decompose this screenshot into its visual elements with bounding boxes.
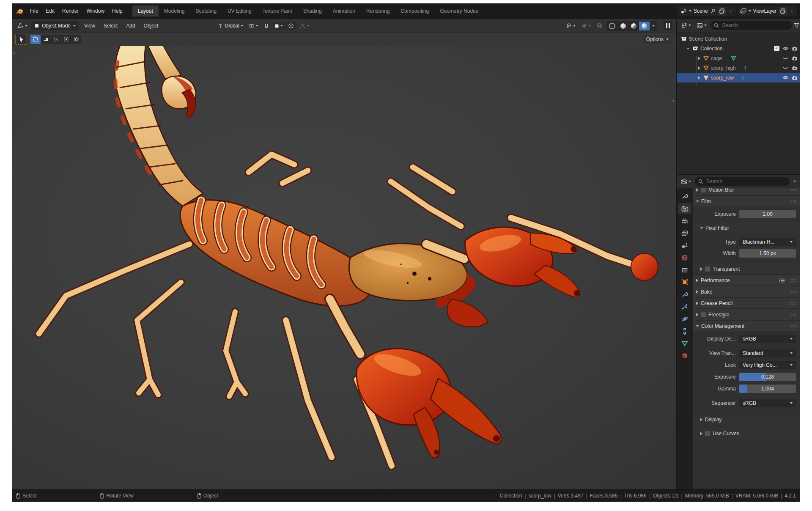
freestyle-checkbox[interactable]	[701, 312, 706, 317]
toolbar-expand-arrow[interactable]: ›	[13, 49, 15, 55]
drag-dots-icon[interactable]	[790, 324, 797, 328]
shading-material-button[interactable]	[628, 22, 639, 30]
tab-particles[interactable]	[678, 301, 691, 312]
sequencer-dropdown[interactable]: sRGB	[739, 399, 796, 407]
pin-icon[interactable]	[710, 8, 716, 14]
disclosure-closed-icon[interactable]	[698, 57, 700, 60]
eye-closed-icon[interactable]	[782, 66, 789, 70]
panel-performance[interactable]: Performance	[693, 275, 800, 286]
transparent-checkbox[interactable]	[705, 266, 710, 272]
film-exposure-field[interactable]: 1.00	[739, 210, 796, 218]
scene-selector[interactable]: Scene ×	[678, 6, 736, 16]
drag-dots-icon[interactable]	[790, 279, 797, 282]
menu-edit[interactable]: Edit	[42, 6, 58, 16]
drag-dots-icon[interactable]	[790, 290, 797, 294]
pixel-filter-width-field[interactable]: 1.50 px	[739, 249, 796, 258]
menu-view[interactable]: View	[81, 21, 99, 30]
outliner-row-scorp-high[interactable]: scorp_high	[677, 63, 800, 73]
orientation-dropdown[interactable]: Global	[216, 22, 245, 30]
camera-icon[interactable]	[792, 75, 798, 80]
panel-freestyle[interactable]: Freestyle	[693, 309, 800, 320]
properties-search[interactable]	[695, 177, 790, 186]
disclosure-closed-icon[interactable]	[698, 76, 700, 80]
menu-select[interactable]: Select	[100, 21, 121, 30]
selectable-checkbox[interactable]: ✓	[774, 46, 779, 51]
menu-add[interactable]: Add	[123, 21, 138, 30]
cm-gamma-slider[interactable]: 1.004	[739, 385, 796, 393]
tab-shading[interactable]: Shading	[298, 5, 327, 16]
tab-tool[interactable]	[678, 191, 691, 202]
panel-film[interactable]: Film	[693, 196, 800, 206]
show-gizmo-dropdown[interactable]	[564, 22, 577, 30]
outliner-type-button[interactable]	[679, 22, 693, 30]
sidebar-expand-arrow[interactable]: ‹	[673, 98, 675, 103]
viewlayer-selector[interactable]: ViewLayer ×	[738, 6, 797, 16]
shading-wireframe-button[interactable]	[606, 21, 618, 31]
look-dropdown[interactable]: Very High Co...	[739, 361, 796, 369]
tab-physics[interactable]	[678, 313, 691, 324]
shading-solid-button[interactable]	[618, 22, 628, 30]
tab-view-layer[interactable]	[678, 228, 691, 239]
tab-geometry-nodes[interactable]: Geometry Nodes	[434, 5, 484, 16]
view-transform-dropdown[interactable]: Standard	[739, 349, 796, 357]
close-icon[interactable]: ×	[728, 8, 733, 14]
properties-search-input[interactable]	[705, 178, 786, 185]
outliner-row-cage[interactable]: cage	[677, 53, 800, 63]
tab-render[interactable]	[678, 203, 691, 214]
filter-icon[interactable]	[794, 23, 799, 28]
eye-closed-icon[interactable]	[782, 56, 789, 60]
menu-file[interactable]: File	[26, 6, 42, 16]
tab-texture-paint[interactable]: Texture Paint	[257, 5, 298, 16]
select-mode-invert[interactable]	[61, 35, 71, 44]
panel-display[interactable]: Display	[693, 414, 800, 425]
properties-type-button[interactable]	[679, 178, 693, 186]
menu-render[interactable]: Render	[58, 6, 82, 16]
tab-collection[interactable]	[678, 264, 691, 275]
outliner-search-input[interactable]	[721, 22, 788, 29]
disclosure-open-icon[interactable]	[687, 48, 689, 49]
camera-icon[interactable]	[792, 46, 798, 51]
select-mode-extend[interactable]	[41, 35, 51, 44]
panel-pixel-filter[interactable]: Pixel Filter	[693, 223, 800, 233]
proportional-falloff-dropdown[interactable]	[297, 22, 311, 30]
select-mode-intersect[interactable]	[71, 35, 81, 44]
display-device-dropdown[interactable]: sRGB	[739, 335, 796, 343]
viewport-canvas[interactable]: › ‹	[12, 46, 676, 489]
blender-logo-icon[interactable]	[15, 7, 24, 15]
editor-type-button[interactable]	[15, 22, 29, 30]
tab-modeling[interactable]: Modeling	[159, 5, 190, 16]
tab-material[interactable]	[678, 350, 691, 361]
tab-output[interactable]	[678, 215, 691, 226]
close-icon[interactable]: ×	[789, 8, 794, 14]
drag-dots-icon[interactable]	[790, 313, 797, 316]
drag-dots-icon[interactable]	[790, 302, 797, 305]
panel-grease-pencil[interactable]: Grease Pencil	[693, 298, 800, 308]
menu-object[interactable]: Object	[140, 21, 162, 30]
tab-sculpting[interactable]: Sculpting	[190, 5, 222, 16]
tab-uv-editing[interactable]: UV Editing	[222, 5, 257, 16]
snap-toggle[interactable]	[262, 22, 271, 30]
proportional-editing-toggle[interactable]	[286, 22, 296, 30]
tab-scene[interactable]	[678, 240, 691, 251]
panel-transparent[interactable]: Transparent	[693, 264, 800, 274]
shading-rendered-button[interactable]	[639, 22, 650, 30]
tab-object[interactable]	[678, 277, 691, 288]
properties-options-button[interactable]	[792, 179, 798, 184]
disclosure-closed-icon[interactable]	[698, 66, 700, 70]
tab-compositing[interactable]: Compositing	[395, 5, 434, 16]
mode-dropdown[interactable]: Object Mode	[31, 21, 79, 30]
outliner-row-scorp-low[interactable]: scorp_low	[677, 73, 800, 82]
select-box-tool-button[interactable]	[15, 34, 27, 45]
tab-modifiers[interactable]	[678, 289, 691, 300]
pivot-dropdown[interactable]	[247, 22, 260, 30]
select-mode-subtract[interactable]	[51, 35, 61, 44]
outliner-row-collection[interactable]: Collection ✓	[677, 44, 800, 53]
eye-open-icon[interactable]	[782, 75, 789, 80]
panel-use-curves[interactable]: Use Curves	[693, 428, 800, 439]
snap-with-dropdown[interactable]	[273, 22, 285, 30]
eye-open-icon[interactable]	[782, 46, 789, 51]
select-mode-set[interactable]	[30, 35, 41, 44]
new-scene-button[interactable]	[718, 7, 726, 15]
camera-icon[interactable]	[792, 56, 798, 61]
outliner-search[interactable]	[710, 21, 792, 30]
